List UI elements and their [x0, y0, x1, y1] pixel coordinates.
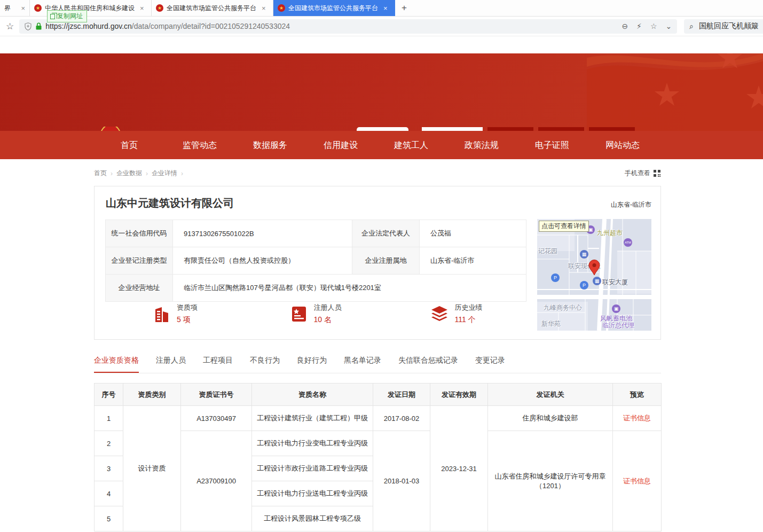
- breadcrumb-company-data[interactable]: 企业数据: [116, 169, 142, 178]
- company-region: 山东省-临沂市: [611, 200, 651, 209]
- zoom-out-icon[interactable]: ⊖: [622, 22, 628, 30]
- nav-item-data-service[interactable]: 数据服务: [235, 131, 305, 159]
- search-tab-personnel[interactable]: 从业人员: [487, 127, 533, 131]
- mobile-view-label[interactable]: 手机查看: [625, 169, 650, 178]
- nav-item-credit[interactable]: 信用建设: [305, 131, 376, 159]
- address-value: 临沂市兰山区陶然路107号星河晶都（联安）现代城1号楼2201室: [173, 275, 526, 302]
- main-content: 首页 › 企业数据 › 企业详情 › 手机查看 山东中元建筑设计有限公司 山东省…: [94, 169, 661, 531]
- breadcrumb-company-detail[interactable]: 企业详情: [152, 169, 177, 178]
- col-no: 序号: [95, 384, 123, 406]
- chevron-down-icon[interactable]: ⌄: [666, 22, 672, 30]
- site-header: 中华人民共和国住房和城乡建设部www.mohurd.gov.cn 全国建筑市场监…: [0, 53, 763, 131]
- tab-title: 全国建筑市场监管公共服务平台: [288, 4, 379, 13]
- credit-code-label: 统一社会信用代码: [106, 220, 173, 247]
- cell-no: 1: [95, 406, 123, 431]
- company-summary-card: 山东中元建筑设计有限公司 山东省-临沂市 统一社会信用代码 9137130267…: [94, 186, 661, 340]
- tab-close-icon[interactable]: ×: [140, 5, 144, 12]
- nav-item-workers[interactable]: 建筑工人: [376, 131, 446, 159]
- cell-authority: 住房和城乡建设部: [488, 406, 613, 431]
- certificate-info-link[interactable]: 证书信息: [623, 414, 651, 422]
- site-favicon-icon: ★: [278, 4, 285, 12]
- company-name: 山东中元建筑设计有限公司: [106, 196, 234, 210]
- table-row: 统一社会信用代码 91371302675501022B 企业法定代表人 公茂福: [106, 220, 526, 247]
- search-tab-enterprise[interactable]: 建设工程企业: [422, 127, 483, 131]
- mobile-qr-icon[interactable]: [653, 169, 661, 177]
- map-label-xinhua: 新华苑: [541, 319, 561, 328]
- tab-good-behavior[interactable]: 良好行为: [297, 356, 327, 373]
- cell-category: 设计资质: [123, 406, 181, 531]
- col-preview: 预览: [613, 384, 662, 406]
- search-tab-credit[interactable]: 诚信记录: [589, 127, 635, 131]
- national-emblem-logo: [95, 127, 126, 131]
- cell-authority: 山东省住房和城乡建设厅许可专用章 （1201）: [488, 431, 613, 531]
- cell-name: 工程设计市政行业道路工程专业丙级: [252, 456, 373, 481]
- favorite-star-icon[interactable]: ☆: [650, 22, 657, 30]
- col-issue-date: 发证日期: [373, 384, 430, 406]
- legal-rep-value: 公茂福: [420, 220, 526, 247]
- tab-close-icon[interactable]: ×: [383, 5, 388, 12]
- table-header-row: 序号 资质类别 资质证书号 资质名称 发证日期 发证有效期 发证机关 预览: [95, 384, 662, 406]
- bookmark-star-icon[interactable]: ☆: [6, 21, 14, 32]
- certificate-book-icon: [290, 306, 308, 323]
- layers-icon: [430, 306, 449, 323]
- tab-close-icon[interactable]: ×: [262, 5, 266, 12]
- tab-projects[interactable]: 工程项目: [203, 356, 233, 373]
- cell-no: 5: [95, 506, 123, 531]
- hot-search-text[interactable]: 国航回应飞机颠簸: [699, 21, 759, 31]
- url-path: /data/company/detail?id=0021052912405330…: [132, 22, 290, 30]
- main-navigation: 首页 监管动态 数据服务 信用建设 建筑工人 政策法规 电子证照 网站动态: [0, 131, 763, 159]
- browser-search-box[interactable]: ⌕ 国航回应飞机颠簸: [684, 19, 763, 34]
- nav-item-supervision[interactable]: 监管动态: [164, 131, 235, 159]
- browser-tab-0[interactable]: 界 ×: [0, 0, 30, 16]
- company-info-table: 统一社会信用代码 91371302675501022B 企业法定代表人 公茂福 …: [105, 220, 526, 302]
- stat-label: 资质项: [177, 303, 198, 312]
- shield-icon: [25, 22, 32, 30]
- reg-type-label: 企业登记注册类型: [106, 247, 173, 275]
- browser-tab-3-active[interactable]: ★ 全国建筑市场监管公共服务平台 ×: [273, 0, 395, 16]
- page-top-gap: [0, 36, 763, 53]
- stat-qualifications: 资质项 5 项: [105, 303, 246, 325]
- new-tab-button[interactable]: +: [395, 0, 413, 16]
- tab-close-icon[interactable]: ×: [21, 5, 25, 12]
- breadcrumb-home[interactable]: 首页: [94, 169, 107, 178]
- nav-item-site-news[interactable]: 网站动态: [587, 131, 658, 159]
- search-tab-project[interactable]: 建设项目: [538, 127, 584, 131]
- flash-icon[interactable]: ⚡: [636, 22, 642, 30]
- map-label-garden: 记花园: [538, 247, 557, 256]
- tab-dishonesty-records[interactable]: 失信联合惩戒记录: [398, 356, 458, 373]
- tab-change-records[interactable]: 变更记录: [475, 356, 505, 373]
- address-label: 企业经营地址: [106, 275, 173, 302]
- stat-value[interactable]: 10 名: [314, 315, 342, 325]
- cell-name: 工程设计建筑行业（建筑工程）甲级: [252, 406, 373, 431]
- nav-item-e-license[interactable]: 电子证照: [517, 131, 587, 159]
- tab-qualifications[interactable]: 企业资质资格: [94, 356, 139, 373]
- table-row: 企业经营地址 临沂市兰山区陶然路107号星河晶都（联安）现代城1号楼2201室: [106, 275, 526, 302]
- address-bar[interactable]: https://jzsc.mohurd.gov.cn/data/company/…: [19, 19, 677, 34]
- nav-item-policy[interactable]: 政策法规: [446, 131, 517, 159]
- reg-region-value: 山东省-临沂市: [420, 247, 526, 275]
- col-cert-no: 资质证书号: [181, 384, 252, 406]
- tab-registered-personnel[interactable]: 注册人员: [156, 356, 186, 373]
- map-label-lianan-tower: 联安大厦: [602, 278, 628, 287]
- stat-label: 注册人员: [314, 303, 342, 312]
- cell-cert-no: A137030497: [181, 406, 252, 431]
- tab-blacklist[interactable]: 黑名单记录: [344, 356, 381, 373]
- table-row: 企业登记注册类型 有限责任公司（自然人投资或控股） 企业注册属地 山东省-临沂市: [106, 247, 526, 275]
- location-map[interactable]: 点击可查看详情 ▣ 九州超市 ATM 记花园 ▦ 联安现代城 ▦ 联安大厦 P …: [537, 219, 651, 331]
- map-pin-battery: ▣: [612, 304, 620, 313]
- copy-icon: [50, 14, 55, 19]
- table-row: 1 设计资质 A137030497 工程设计建筑行业（建筑工程）甲级 2017-…: [95, 406, 662, 431]
- stat-value[interactable]: 111 个: [455, 315, 483, 325]
- certificate-info-link[interactable]: 证书信息: [623, 477, 651, 485]
- stat-value[interactable]: 5 项: [177, 315, 198, 325]
- search-category-tabs: 建设工程企业 从业人员 建设项目 诚信记录: [422, 127, 660, 131]
- map-label-business-center: 九峰商务中心: [544, 303, 582, 312]
- browser-tab-2[interactable]: ★ 全国建筑市场监管公共服务平台 ×: [152, 0, 273, 16]
- stat-history-performance: 历史业绩 111 个: [386, 303, 526, 325]
- cell-no: 3: [95, 456, 123, 481]
- tab-bad-behavior[interactable]: 不良行为: [250, 356, 280, 373]
- nav-item-home[interactable]: 首页: [94, 131, 164, 159]
- reg-type-value: 有限责任公司（自然人投资或控股）: [173, 247, 352, 275]
- map-label-supermarket: 九州超市: [597, 229, 623, 238]
- header-search-widget: 建设工程企业 从业人员 建设项目 诚信记录 搜索: [422, 127, 660, 131]
